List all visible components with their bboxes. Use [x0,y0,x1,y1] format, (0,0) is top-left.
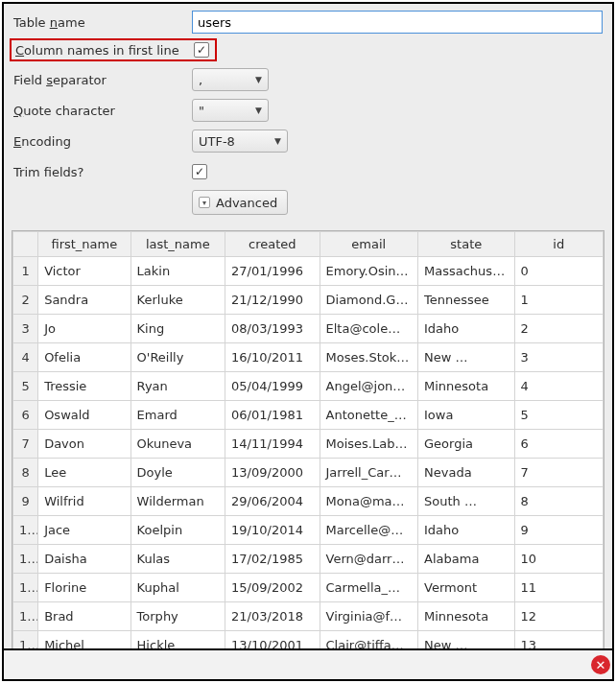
cell-created: 19/10/2014 [225,516,320,545]
cell-id: 9 [514,516,603,545]
table-row[interactable]: 4OfeliaO'Reilly16/10/2011Moses.Stok…New … [13,343,604,372]
encoding-label: Encoding [13,134,192,149]
cell-email: Marcelle@… [320,516,418,545]
error-icon[interactable]: ✕ [591,655,610,674]
table-row[interactable]: 9WilfridWilderman29/06/2004Mona@ma…South… [13,487,604,516]
cell-last_name: Okuneva [130,430,225,459]
cell-first_name: Davon [38,430,130,459]
cell-created: 27/01/1996 [225,257,320,286]
cell-first_name: Victor [38,257,130,286]
cell-created: 16/10/2011 [225,343,320,372]
row-number: 3 [13,315,38,343]
table-name-label: Table name [13,15,192,30]
cell-email: Mona@ma… [320,487,418,516]
cell-last_name: Emard [130,401,225,430]
row-number: 4 [13,343,38,372]
cell-created: 21/03/2018 [225,602,320,631]
cell-email: Elta@cole… [320,315,418,343]
row-number-header [13,232,38,257]
table-row[interactable]: 12FlorineKuphal15/09/2002Carmella_…Vermo… [13,574,604,602]
cell-last_name: Lakin [130,257,225,286]
chevron-down-icon: ▼ [255,75,262,84]
cell-created: 21/12/1990 [225,286,320,315]
cell-state: Minnesota [418,372,514,401]
trim-fields-checkbox[interactable]: ✓ [192,164,207,179]
table-name-input[interactable] [192,11,603,34]
cell-last_name: Torphy [130,602,225,631]
cell-id: 2 [514,315,603,343]
table-row[interactable]: 2SandraKerluke21/12/1990Diamond.G…Tennes… [13,286,604,315]
cell-id: 12 [514,602,603,631]
table-row[interactable]: 3JoKing08/03/1993Elta@cole…Idaho2 [13,315,604,343]
cell-email: Moises.Lab… [320,430,418,459]
cell-email: Vern@darr… [320,545,418,574]
cell-state: Vermont [418,574,514,602]
cell-created: 17/02/1985 [225,545,320,574]
cell-email: Moses.Stok… [320,343,418,372]
table-row[interactable]: 7DavonOkuneva14/11/1994Moises.Lab…Georgi… [13,430,604,459]
cell-created: 15/09/2002 [225,574,320,602]
preview-table[interactable]: first_name last_name created email state… [12,230,604,681]
cell-state: Minnesota [418,602,514,631]
cell-state: Idaho [418,315,514,343]
cell-first_name: Oswald [38,401,130,430]
cell-created: 29/06/2004 [225,487,320,516]
cell-id: 7 [514,459,603,487]
cell-id: 0 [514,257,603,286]
table-row[interactable]: 8LeeDoyle13/09/2000Jarrell_Car…Nevada7 [13,459,604,487]
encoding-combo[interactable]: UTF-8 ▼ [192,130,288,153]
table-row[interactable]: 13BradTorphy21/03/2018Virginia@f…Minneso… [13,602,604,631]
row-number: 11 [13,545,38,574]
column-header[interactable]: last_name [130,232,225,257]
cell-first_name: Ofelia [38,343,130,372]
cell-first_name: Sandra [38,286,130,315]
cell-email: Antonette_… [320,401,418,430]
row-number: 6 [13,401,38,430]
cell-state: Nevada [418,459,514,487]
cell-created: 14/11/1994 [225,430,320,459]
table-header-row: first_name last_name created email state… [13,232,604,257]
row-number: 12 [13,574,38,602]
column-header[interactable]: created [225,232,320,257]
cell-id: 11 [514,574,603,602]
cell-created: 06/01/1981 [225,401,320,430]
chevron-down-icon: ▼ [274,136,281,146]
table-row[interactable]: 6OswaldEmard06/01/1981Antonette_…Iowa5 [13,401,604,430]
cell-email: Angel@jon… [320,372,418,401]
cell-last_name: Kulas [130,545,225,574]
column-header[interactable]: first_name [38,232,130,257]
cell-email: Diamond.G… [320,286,418,315]
row-number: 8 [13,459,38,487]
column-names-checkbox[interactable]: ✓ [194,42,209,58]
row-number: 13 [13,602,38,631]
column-header[interactable]: email [320,232,418,257]
cell-last_name: O'Reilly [130,343,225,372]
column-header[interactable]: state [418,232,514,257]
chevron-down-icon: ▾ [199,197,210,208]
field-separator-combo[interactable]: , ▼ [192,68,269,91]
cell-first_name: Tressie [38,372,130,401]
table-row[interactable]: 5TressieRyan05/04/1999Angel@jon…Minnesot… [13,372,604,401]
table-row[interactable]: 11DaishaKulas17/02/1985Vern@darr…Alabama… [13,545,604,574]
trim-fields-label: Trim fields? [13,165,192,179]
cell-email: Virginia@f… [320,602,418,631]
cell-first_name: Jace [38,516,130,545]
cell-first_name: Lee [38,459,130,487]
cell-state: New … [418,343,514,372]
cell-last_name: Kerluke [130,286,225,315]
row-number: 2 [13,286,38,315]
cell-id: 6 [514,430,603,459]
cell-id: 4 [514,372,603,401]
row-number: 10 [13,516,38,545]
table-row[interactable]: 10JaceKoelpin19/10/2014Marcelle@…Idaho9 [13,516,604,545]
quote-character-combo[interactable]: " ▼ [192,99,269,122]
cell-state: Alabama [418,545,514,574]
cell-email: Carmella_… [320,574,418,602]
cell-last_name: Ryan [130,372,225,401]
row-number: 5 [13,372,38,401]
cell-created: 13/09/2000 [225,459,320,487]
advanced-button[interactable]: ▾ Advanced [192,190,288,215]
cell-email: Emory.Osin… [320,257,418,286]
column-header[interactable]: id [514,232,603,257]
table-row[interactable]: 1VictorLakin27/01/1996Emory.Osin…Massach… [13,257,604,286]
